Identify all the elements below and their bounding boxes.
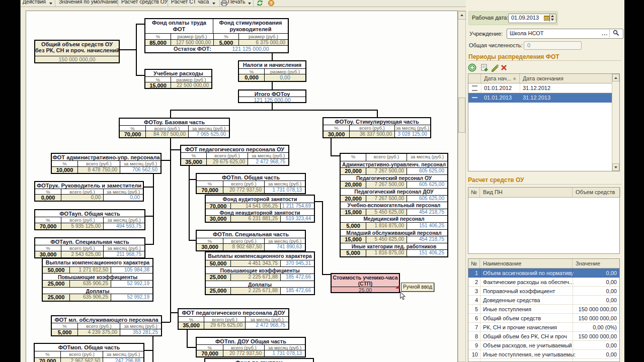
svg-text:?: ? [270,1,273,6]
